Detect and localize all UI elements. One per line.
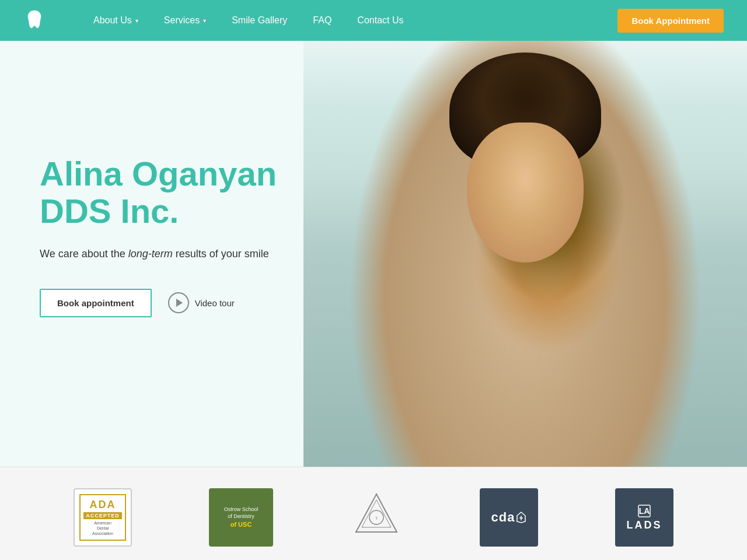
hero-subtitle: We care about the long-term results of y…	[40, 246, 355, 262]
svg-text:LA: LA	[639, 506, 650, 516]
services-chevron-icon: ▾	[203, 18, 206, 24]
hero-actions: Book appointment Video tour	[40, 289, 355, 317]
hero-image	[303, 41, 747, 467]
nav-book-appointment-button[interactable]: Book Appointment	[617, 9, 724, 33]
book-appointment-button[interactable]: Book appointment	[40, 289, 152, 317]
nav-links: About Us ▾ Services ▾ Smile Gallery FAQ …	[81, 0, 617, 41]
seal-logo: ⚕	[350, 488, 403, 547]
hero-person-photo	[303, 41, 747, 467]
video-tour-button[interactable]: Video tour	[168, 292, 235, 313]
svg-text:⚕: ⚕	[375, 516, 378, 521]
nav-faq[interactable]: FAQ	[300, 0, 344, 41]
cda-icon	[516, 511, 526, 524]
about-chevron-icon: ▾	[135, 18, 138, 24]
nav-smile-gallery[interactable]: Smile Gallery	[219, 0, 300, 41]
hero-content: Alina Oganyan DDS Inc. We care about the…	[40, 41, 355, 467]
ada-logo: ADA ACCEPTED AmericanDentalAssociation	[74, 488, 132, 547]
nav-about[interactable]: About Us ▾	[81, 0, 151, 41]
play-triangle-icon	[176, 299, 183, 307]
nav-contact[interactable]: Contact Us	[344, 0, 416, 41]
lads-logo: LA LADS	[615, 488, 673, 547]
lads-emblem-icon: LA	[637, 504, 651, 518]
logos-section: ADA ACCEPTED AmericanDentalAssociation O…	[0, 467, 747, 560]
hero-section: Alina Oganyan DDS Inc. We care about the…	[0, 41, 747, 467]
logo[interactable]	[23, 8, 81, 33]
nav-services[interactable]: Services ▾	[151, 0, 219, 41]
ostrow-logo: Ostrow Schoolof Dentistryof USC	[209, 488, 273, 547]
cda-logo: cda	[480, 488, 538, 547]
seal-icon: ⚕	[353, 491, 400, 544]
navbar: About Us ▾ Services ▾ Smile Gallery FAQ …	[0, 0, 747, 41]
hero-title: Alina Oganyan DDS Inc.	[40, 155, 355, 230]
play-icon	[168, 292, 189, 313]
